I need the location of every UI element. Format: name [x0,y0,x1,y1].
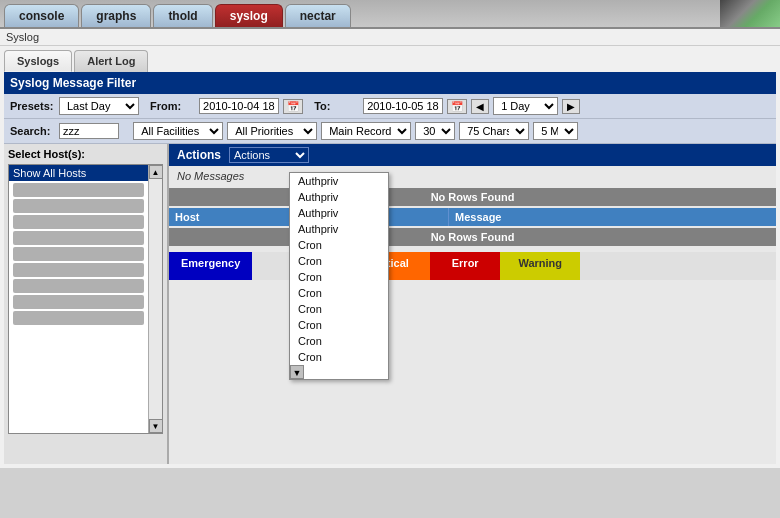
host-item-blurred-8[interactable] [13,295,144,309]
status-bar: Emergency Critical Error Warning [169,252,776,280]
extra-select[interactable]: 5 Mi 10 Mi [533,122,578,140]
actions-bar: Actions Actions [169,144,776,166]
host-item-blurred-6[interactable] [13,263,144,277]
search-label: Search: [10,125,55,137]
chars-select[interactable]: 75 Chars 100 Chars [459,122,529,140]
prev-arrow-button[interactable]: ◀ [471,99,489,114]
records-select[interactable]: Main Records All Records [321,122,411,140]
host-panel-title: Select Host(s): [8,148,163,160]
dropdown-scroll-down[interactable]: ▼ [290,365,304,379]
filter-title: Syslog Message Filter [10,76,136,90]
from-label: From: [150,100,195,112]
to-date-input[interactable] [363,98,443,114]
table-header: Host Date** Message [169,208,776,226]
body-area: Select Host(s): Show All Hosts ▲ [4,144,776,464]
dropdown-item-authpriv-2[interactable]: Authpriv [290,189,388,205]
from-date-input[interactable] [199,98,279,114]
dropdown-item-cron-1[interactable]: Cron [290,237,388,253]
sub-tabs: Syslogs Alert Log [4,50,776,72]
nav-bar: console graphs thold syslog nectar [0,0,780,29]
host-item-blurred-7[interactable] [13,279,144,293]
host-scrollbar[interactable]: ▲ ▼ [148,165,162,433]
host-item-blurred-4[interactable] [13,231,144,245]
th-message: Message [449,208,776,226]
filter-row-1: Presets: Last Day Last Hour Last Week Fr… [4,94,776,119]
dropdown-item-cron-5[interactable]: Cron [290,301,388,317]
host-list-inner: Show All Hosts [9,165,148,433]
to-label: To: [314,100,359,112]
host-list-wrapper: Show All Hosts ▲ ▼ [8,164,163,434]
window-title: Syslog [6,31,39,43]
tab-console[interactable]: console [4,4,79,27]
host-item-blurred-2[interactable] [13,199,144,213]
tab-thold[interactable]: thold [153,4,212,27]
dropdown-item-cron-2[interactable]: Cron [290,253,388,269]
facility-select[interactable]: All Facilities Authpriv Cron [133,122,223,140]
right-panel: Actions Actions No Messages No Rows Foun… [169,144,776,464]
filter-panel-header: Syslog Message Filter [4,72,776,94]
status-error: Error [430,252,500,280]
dropdown-item-authpriv-3[interactable]: Authpriv [290,205,388,221]
scroll-track [149,179,162,419]
dropdown-item-cron-6[interactable]: Cron [290,317,388,333]
dropdown-item-cron-7[interactable]: Cron [290,333,388,349]
no-rows-banner-bottom: No Rows Found [169,228,776,246]
window-bar: Syslog [0,29,780,46]
scroll-down-button[interactable]: ▼ [149,419,163,433]
search-input[interactable] [59,123,119,139]
actions-select[interactable]: Actions [229,147,309,163]
facility-dropdown-overlay: Authpriv Authpriv Authpriv Authpriv Cron… [289,172,389,380]
priority-select[interactable]: All Priorities Emergency Critical [227,122,317,140]
limit-select[interactable]: 30 10 50 [415,122,455,140]
main-content: Syslogs Alert Log Syslog Message Filter … [0,46,780,468]
status-warning: Warning [500,252,580,280]
tab-graphs[interactable]: graphs [81,4,151,27]
no-rows-banner-top: No Rows Found [169,188,776,206]
to-calendar-button[interactable]: 📅 [447,99,467,114]
tab-syslogs[interactable]: Syslogs [4,50,72,72]
next-arrow-button[interactable]: ▶ [562,99,580,114]
tab-alert-log[interactable]: Alert Log [74,50,148,72]
dropdown-item-cron-8[interactable]: Cron [290,349,388,365]
host-item-blurred-5[interactable] [13,247,144,261]
presets-select[interactable]: Last Day Last Hour Last Week [59,97,139,115]
presets-label: Presets: [10,100,55,112]
dropdown-item-authpriv-4[interactable]: Authpriv [290,221,388,237]
filter-row-2: Search: All Facilities Authpriv Cron All… [4,119,776,144]
day-select[interactable]: 1 Day 1 Hour 1 Week [493,97,558,115]
dropdown-item-cron-3[interactable]: Cron [290,269,388,285]
tab-syslog[interactable]: syslog [215,4,283,27]
host-item-blurred-3[interactable] [13,215,144,229]
host-item-blurred-9[interactable] [13,311,144,325]
dropdown-item-authpriv-1[interactable]: Authpriv [290,173,388,189]
no-messages-text: No Messages [169,166,776,186]
host-item-blurred-1[interactable] [13,183,144,197]
dropdown-item-cron-4[interactable]: Cron [290,285,388,301]
tab-nectar[interactable]: nectar [285,4,351,27]
host-item-showall[interactable]: Show All Hosts [9,165,148,181]
th-host: Host [169,208,299,226]
host-panel: Select Host(s): Show All Hosts ▲ [4,144,169,464]
status-emergency: Emergency [169,252,252,280]
actions-label: Actions [177,148,221,162]
from-calendar-button[interactable]: 📅 [283,99,303,114]
scroll-up-button[interactable]: ▲ [149,165,163,179]
